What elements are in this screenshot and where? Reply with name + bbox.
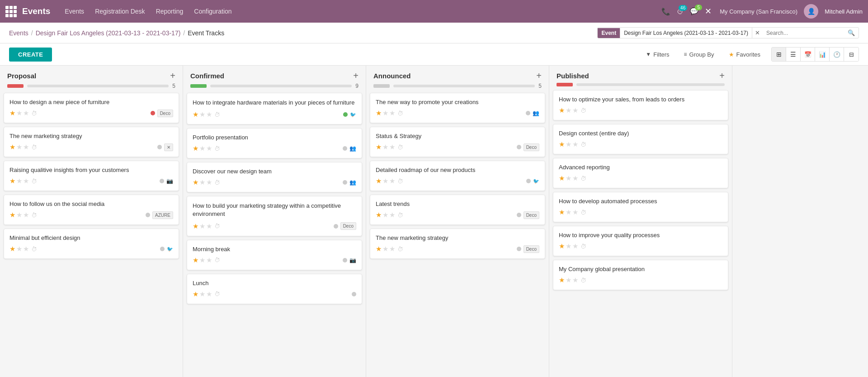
search-area: Event Design Fair Los Angeles (2021-03-1…: [597, 27, 859, 38]
breadcrumb-bar: Events / Design Fair Los Angeles (2021-0…: [0, 23, 868, 43]
published-title: Published: [557, 72, 719, 80]
published-cards: How to optimize your sales, from leads t…: [549, 87, 732, 377]
card-title: How to build your marketing strategy wit…: [193, 202, 356, 218]
card-published-5[interactable]: How to improve your quality processes ★★…: [553, 226, 728, 256]
published-progress: [557, 83, 725, 86]
search-value: Design Fair Los Angeles (2021-03-13 - 20…: [620, 28, 752, 38]
card-confirmed-3[interactable]: Discover our new design team ★★★ ⏱ 👥: [187, 162, 362, 192]
nav-reporting[interactable]: Reporting: [156, 8, 184, 15]
card-confirmed-5[interactable]: Morning break ★★★ ⏱ 📷: [187, 240, 362, 270]
card-published-6[interactable]: My Company global presentation ★★★ ⏱: [553, 260, 728, 290]
published-add-btn[interactable]: +: [719, 71, 725, 80]
card-published-3[interactable]: Advanced reporting ★★★ ⏱: [553, 158, 728, 188]
announced-title: Announced: [373, 72, 536, 80]
app-brand: Events: [22, 6, 50, 16]
company-name: My Company (San Francisco): [720, 8, 797, 15]
clock-badge: 46: [679, 5, 687, 11]
grid-menu-icon[interactable]: [5, 6, 17, 17]
list-view-btn[interactable]: ☰: [786, 48, 801, 61]
favorites-btn[interactable]: ★ Favorites: [725, 49, 764, 60]
confirmed-title: Confirmed: [190, 72, 353, 80]
card-announced-4[interactable]: Latest trends ★★★ ⏱ Deco: [370, 195, 545, 225]
table-view-btn[interactable]: ⊟: [844, 48, 859, 61]
search-input[interactable]: [763, 28, 844, 38]
confirmed-progress: 9: [190, 83, 359, 89]
card-proposal-3[interactable]: Raising qualitive insights from your cus…: [4, 161, 179, 191]
card-proposal-2[interactable]: The new marketing strategy ★★★ ⏱ ✕: [4, 127, 179, 157]
nav-registration[interactable]: Registration Desk: [95, 8, 145, 15]
card-title: Latest trends: [376, 200, 539, 207]
proposal-cards: How to design a new piece of furniture ★…: [0, 90, 183, 377]
card-title: My Company global presentation: [559, 266, 722, 272]
column-announced-header: Announced +: [366, 66, 549, 82]
column-confirmed: Confirmed + 9 How to integrate hardware …: [183, 66, 366, 377]
phone-icon[interactable]: 📞: [661, 7, 670, 16]
card-title: Raising qualitive insights from your cus…: [9, 167, 173, 173]
avatar[interactable]: 👤: [804, 4, 818, 19]
group-by-btn[interactable]: ≡ Group By: [680, 49, 718, 60]
card-title: The new marketing strategy: [9, 133, 173, 139]
nav-actions: 📞 ⏱ 46 💬 5 ✕ My Company (San Francisco) …: [661, 4, 863, 19]
calendar-view-btn[interactable]: 📅: [801, 48, 815, 61]
search-icon[interactable]: 🔍: [844, 28, 859, 38]
group-icon: ≡: [684, 51, 687, 57]
clock-view-btn[interactable]: 🕐: [830, 48, 844, 61]
kanban-board: Proposal + 5 How to design a new piece o…: [0, 66, 868, 377]
card-title: Status & Strategy: [376, 133, 539, 139]
card-announced-1[interactable]: The new way to promote your creations ★★…: [370, 93, 545, 123]
card-title: How to improve your quality processes: [559, 232, 722, 239]
announced-add-btn[interactable]: +: [536, 71, 542, 80]
proposal-add-btn[interactable]: +: [170, 71, 175, 80]
card-announced-5[interactable]: The new marketing strategy ★★★ ⏱ Deco: [370, 229, 545, 259]
card-title: The new way to promote your creations: [376, 99, 539, 105]
card-confirmed-1[interactable]: How to integrate hardware materials in y…: [187, 93, 362, 124]
breadcrumb-event-link[interactable]: Design Fair Los Angeles (2021-03-13 - 20…: [36, 29, 181, 37]
card-title: Detailed roadmap of our new products: [376, 167, 539, 173]
card-title: How to design a new piece of furniture: [9, 99, 173, 105]
search-clear-icon[interactable]: ✕: [752, 28, 763, 38]
card-title: How to optimize your sales, from leads t…: [559, 96, 722, 103]
star-icon: ★: [729, 51, 734, 58]
confirmed-add-btn[interactable]: +: [353, 71, 359, 80]
card-title: How to develop automated processes: [559, 198, 722, 205]
column-published-header: Published +: [549, 66, 732, 82]
nav-configuration[interactable]: Configuration: [194, 8, 231, 15]
card-announced-2[interactable]: Status & Strategy ★★★ ⏱ Deco: [370, 127, 545, 157]
card-title: How to follow us on the social media: [9, 200, 173, 207]
card-title: Discover our new design team: [193, 168, 356, 175]
nav-events[interactable]: Events: [65, 8, 84, 15]
nav-links: Events Registration Desk Reporting Confi…: [65, 8, 661, 15]
filters-btn[interactable]: ▼ Filters: [642, 49, 673, 60]
user-name[interactable]: Mitchell Admin: [825, 8, 863, 15]
confirmed-cards: How to integrate hardware materials in y…: [183, 90, 366, 377]
chart-view-btn[interactable]: 📊: [815, 48, 830, 61]
card-confirmed-4[interactable]: How to build your marketing strategy wit…: [187, 196, 362, 236]
top-nav: Events Events Registration Desk Reportin…: [0, 0, 868, 23]
card-proposal-5[interactable]: Minimal but efficient design ★★★ ⏱ 🐦: [4, 229, 179, 259]
card-title: Minimal but efficient design: [9, 234, 173, 241]
card-title: The new marketing strategy: [376, 234, 539, 241]
proposal-title: Proposal: [7, 72, 170, 80]
chat-icon-btn[interactable]: 💬 5: [690, 7, 698, 15]
close-icon[interactable]: ✕: [705, 6, 712, 16]
card-announced-3[interactable]: Detailed roadmap of our new products ★★★…: [370, 161, 545, 191]
card-proposal-4[interactable]: How to follow us on the social media ★★★…: [4, 195, 179, 225]
chat-badge: 5: [695, 5, 702, 10]
card-title: Advanced reporting: [559, 164, 722, 171]
column-confirmed-header: Confirmed +: [183, 66, 366, 82]
card-published-2[interactable]: Design contest (entire day) ★★★ ⏱: [553, 124, 728, 154]
action-bar: CREATE ▼ Filters ≡ Group By ★ Favorites …: [0, 43, 868, 66]
column-proposal-header: Proposal +: [0, 66, 183, 82]
clock-icon-btn[interactable]: ⏱ 46: [677, 8, 684, 15]
create-button[interactable]: CREATE: [9, 48, 52, 62]
card-confirmed-2[interactable]: Portfolio presentation ★★★ ⏱ 👥: [187, 128, 362, 158]
announced-count: 5: [538, 83, 542, 89]
breadcrumb-events-link[interactable]: Events: [9, 29, 28, 37]
card-proposal-1[interactable]: How to design a new piece of furniture ★…: [4, 93, 179, 123]
breadcrumb-sep-1: /: [31, 29, 33, 37]
card-published-1[interactable]: How to optimize your sales, from leads t…: [553, 90, 728, 120]
card-published-4[interactable]: How to develop automated processes ★★★ ⏱: [553, 192, 728, 222]
kanban-view-btn[interactable]: ⊞: [772, 48, 786, 61]
card-confirmed-6[interactable]: Lunch ★★★ ⏱: [187, 274, 362, 304]
card-title: Portfolio presentation: [193, 134, 356, 141]
